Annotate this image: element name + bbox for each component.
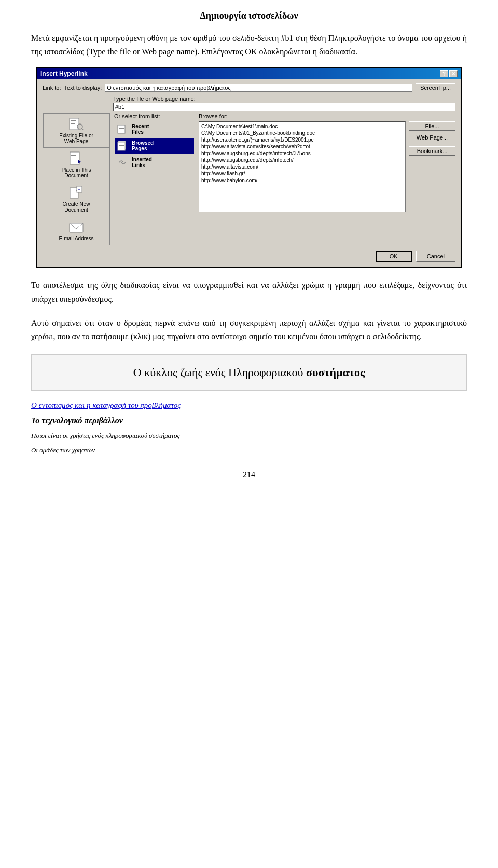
- cancel-button[interactable]: Cancel: [416, 251, 455, 262]
- list-item[interactable]: C:\My Documents\test1\main.doc: [200, 123, 404, 130]
- nav-place-in-doc-label: Place in ThisDocument: [61, 167, 91, 178]
- svg-rect-8: [71, 155, 76, 156]
- browsed-pages-icon: [117, 141, 129, 151]
- list-item[interactable]: http://www.altavista.com/sites/search/we…: [200, 143, 404, 150]
- list-item[interactable]: http://www.babylon.com/: [200, 177, 404, 184]
- svg-rect-2: [71, 122, 77, 122]
- web-page-button[interactable]: Web Page...: [409, 133, 455, 142]
- middle-panel: Or select from list: RecentFiles: [114, 113, 195, 171]
- svg-rect-22: [119, 144, 123, 144]
- titlebar-buttons: ? ✕: [440, 70, 458, 77]
- url-list-box[interactable]: C:\My Documents\test1\main.doc C:\My Doc…: [199, 121, 406, 212]
- text-to-display-input[interactable]: [105, 84, 412, 92]
- insert-hyperlink-dialog: Insert Hyperlink ? ✕ Link to: Text to di…: [36, 67, 462, 268]
- browse-for-row: Browse for:: [199, 113, 455, 119]
- right-panel: Browse for: C:\My Documents\test1\main.d…: [199, 113, 455, 212]
- left-nav-panel: Existing File orWeb Page Place in ThisDo…: [43, 113, 110, 245]
- svg-rect-19: [119, 130, 122, 130]
- existing-file-icon: [68, 117, 84, 132]
- list-item[interactable]: C:\My Documents\01_Byzantine-bookbinding…: [200, 130, 404, 136]
- svg-rect-18: [119, 128, 124, 129]
- list-column: C:\My Documents\test1\main.doc C:\My Doc…: [199, 121, 406, 212]
- recent-files-icon: [117, 124, 129, 134]
- nav-existing-file[interactable]: Existing File orWeb Page: [43, 114, 109, 148]
- list-item[interactable]: http://www.augsburg.edu/depts/infotech/3…: [200, 150, 404, 157]
- link-4[interactable]: Οι ομάδες των χρηστών: [31, 446, 467, 454]
- page-number: 214: [31, 470, 467, 479]
- svg-rect-7: [71, 154, 77, 154]
- bottom-paragraph-2: Αυτό σημαίνει ότι όταν ο δρομέας περνά ε…: [31, 316, 467, 344]
- create-new-icon: +: [68, 186, 84, 200]
- middle-recent-files[interactable]: RecentFiles: [114, 121, 195, 137]
- file-row: Type the file or Web page name:: [43, 95, 455, 111]
- list-item[interactable]: http://www.augsburg.edu/depts/infotech/: [200, 157, 404, 163]
- or-select-label: Or select from list:: [114, 113, 195, 119]
- svg-text:+: +: [78, 187, 80, 192]
- svg-rect-16: [118, 125, 125, 133]
- list-item[interactable]: http://users.otenet.gr/(~amacris/hy1/DES…: [200, 136, 404, 143]
- ok-button[interactable]: OK: [376, 251, 412, 262]
- email-address-icon: [68, 220, 84, 235]
- bottom-paragraph-1: Το αποτέλεσμα της όλης διαδικασίας είναι…: [31, 279, 467, 306]
- top-row: Link to: Text to display: ScreenTip...: [43, 83, 455, 92]
- text-to-display-label: Text to display:: [64, 85, 102, 91]
- svg-line-5: [82, 129, 83, 130]
- links-section: Ο εντοπισμός και η καταγραφή του προβλήμ…: [31, 401, 467, 454]
- help-button[interactable]: ?: [440, 70, 448, 77]
- nav-email-address[interactable]: E-mail Address: [43, 216, 109, 245]
- link-1[interactable]: Ο εντοπισμός και η καταγραφή του προβλήμ…: [31, 401, 467, 410]
- svg-rect-1: [71, 120, 76, 121]
- middle-inserted-links[interactable]: InsertedLinks: [114, 154, 195, 171]
- svg-rect-21: [118, 142, 125, 150]
- browsed-pages-label: BrowsedPages: [132, 140, 154, 151]
- place-in-doc-icon: [68, 151, 84, 166]
- svg-rect-17: [119, 127, 123, 127]
- screen-tip-button[interactable]: ScreenTip...: [416, 83, 455, 92]
- recent-files-label: RecentFiles: [132, 123, 149, 135]
- highlight-box: Ο κύκλος ζωής ενός Πληροφοριακού συστήμα…: [31, 354, 467, 391]
- svg-rect-3: [71, 123, 75, 124]
- nav-create-new-label: Create NewDocument: [63, 201, 90, 213]
- dialog-titlebar: Insert Hyperlink ? ✕: [37, 68, 461, 79]
- page-title: Δημιουργία ιστοσελίδων: [31, 10, 467, 21]
- nav-place-in-doc[interactable]: Place in ThisDocument: [43, 148, 109, 182]
- file-path-input[interactable]: [113, 103, 455, 111]
- nav-existing-file-label: Existing File orWeb Page: [59, 133, 93, 144]
- dialog-footer: OK Cancel: [43, 251, 455, 262]
- list-item[interactable]: http://www.flash.gr/: [200, 170, 404, 177]
- link-3[interactable]: Ποιοι είναι οι χρήστες ενός πληροφοριακο…: [31, 432, 467, 440]
- nav-email-label: E-mail Address: [59, 236, 93, 241]
- main-section: Existing File orWeb Page Place in ThisDo…: [43, 113, 455, 245]
- inserted-links-icon: [117, 157, 129, 168]
- intro-paragraph: Μετά εμφανίζεται η προηγούμενη οθόνη με …: [31, 32, 467, 58]
- svg-rect-9: [71, 157, 77, 157]
- link-to-label: Link to:: [43, 85, 61, 91]
- browse-buttons: File... Web Page... Bookmark...: [409, 121, 455, 156]
- nav-create-new[interactable]: + Create NewDocument: [43, 182, 109, 216]
- dialog-title: Insert Hyperlink: [40, 70, 88, 77]
- bookmark-button[interactable]: Bookmark...: [409, 146, 455, 156]
- file-button[interactable]: File...: [409, 121, 455, 131]
- close-button[interactable]: ✕: [449, 70, 458, 77]
- svg-rect-23: [119, 145, 124, 146]
- middle-browsed-pages[interactable]: BrowsedPages: [114, 137, 195, 154]
- link-2[interactable]: Το τεχνολογικό περιβάλλον: [31, 416, 467, 425]
- browse-for-label: Browse for:: [199, 113, 228, 119]
- list-item[interactable]: http://www.altavista.com/: [200, 163, 404, 170]
- type-file-label: Type the file or Web page name:: [113, 95, 455, 102]
- inserted-links-label: InsertedLinks: [132, 157, 152, 168]
- highlight-text: Ο κύκλος ζωής ενός Πληροφοριακού συστήμα…: [48, 366, 450, 379]
